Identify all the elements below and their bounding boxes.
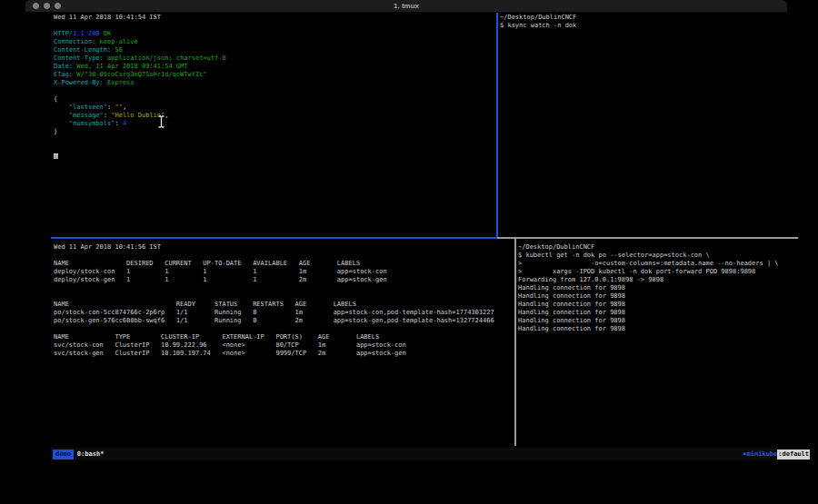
- terminal-line: Content-Length: 56: [54, 46, 495, 54]
- terminal-text: svc/stock-gen ClusterIP 10.109.197.74 <n…: [54, 350, 406, 357]
- terminal-text: ETag:: [54, 71, 73, 78]
- terminal-text: "numsymbols": [69, 120, 115, 127]
- terminal-text: Handling connection for 9898: [518, 301, 625, 308]
- terminal-line: "numsymbols": 4: [54, 120, 495, 128]
- terminal-text: Date:: [54, 63, 73, 70]
- terminal-text: Connection:: [54, 38, 95, 45]
- terminal-text: "Hello Dublin": [111, 112, 165, 119]
- terminal-text: $ ksync watch -n dok: [500, 22, 576, 29]
- terminal-text: Forwarding from 127.0.0.1:9898 -> 9898: [518, 276, 663, 283]
- terminal-text: Handling connection for 9898: [518, 309, 625, 316]
- status-left: demo 0:bash*: [53, 448, 104, 460]
- terminal-text: Wed, 11 Apr 2018 09:41:54 GMT: [73, 63, 187, 70]
- pane-divider-vertical-bottom: [514, 239, 516, 446]
- terminal-line: Handling connection for 9898: [518, 284, 812, 292]
- window-title: 1. tmux: [25, 2, 787, 10]
- window-tab-bash[interactable]: 0:bash*: [77, 448, 105, 460]
- kube-namespace-badge: :default: [777, 450, 810, 460]
- terminal-line: HTTP/1.1 200 OK: [54, 30, 495, 38]
- terminal-line: Connection: keep-alive: [54, 38, 495, 46]
- terminal-text: deploy/stock-gen 1 1 1 1 2m app=stock-ge…: [54, 276, 387, 283]
- terminal-text: application/json; charset=utf-8: [104, 54, 226, 62]
- terminal-text: NAME READY STATUS RESTARTS AGE LABELS: [54, 301, 356, 308]
- terminal-text: > xargs -IPOD kubectl -n dok port-forwar…: [518, 268, 755, 275]
- terminal-line: ~/Desktop/DublinCNCF: [518, 243, 812, 252]
- terminal-text: Content-Length:: [54, 46, 111, 54]
- terminal-text: HTTP: [54, 30, 69, 37]
- terminal-line: [54, 22, 495, 30]
- terminal-text: ~/Desktop/DublinCNCF: [518, 243, 594, 251]
- terminal-text: NAME TYPE CLUSTER-IP EXTERNAL-IP PORT(S)…: [54, 333, 379, 341]
- terminal-line: "message": "Hello Dublin",: [54, 112, 495, 120]
- terminal-text: W/"38-05coCsrg3mQ75sHr1d/qcWTwYZc": [73, 71, 207, 78]
- terminal-line: [54, 292, 514, 301]
- terminal-text: ~/Desktop/DublinCNCF: [500, 14, 576, 21]
- terminal-text: Handling connection for 9898: [518, 325, 625, 332]
- terminal-line: > xargs -IPOD kubectl -n dok port-forwar…: [518, 268, 812, 276]
- terminal-line: Handling connection for 9898: [518, 292, 812, 301]
- terminal-text: :: [115, 120, 122, 127]
- terminal-text: "message": [69, 112, 104, 119]
- terminal-line: deploy/stock-con 1 1 1 1 1m app=stock-co…: [54, 268, 514, 276]
- terminal-text: po/stock-gen-576cc688bb-swqf6 1/1 Runnin…: [54, 317, 494, 324]
- terminal-line: NAME TYPE CLUSTER-IP EXTERNAL-IP PORT(S)…: [54, 333, 514, 341]
- terminal-text: [54, 112, 69, 119]
- terminal-line: po/stock-gen-576cc688bb-swqf6 1/1 Runnin…: [54, 317, 514, 325]
- terminal-line: [54, 144, 495, 153]
- pane-ksync-watch[interactable]: ~/Desktop/DublinCNCF$ ksync watch -n dok: [500, 14, 812, 236]
- terminal-line: Forwarding from 127.0.0.1:9898 -> 9898: [518, 276, 812, 284]
- status-bar: demo 0:bash* ⎈ minikube :default: [51, 448, 813, 460]
- terminal-text: 4: [123, 120, 126, 127]
- terminal-line: $ kubectl get -n dok po --selector=app=s…: [518, 252, 812, 260]
- terminal-text: Handling connection for 9898: [518, 284, 625, 292]
- terminal-line: ETag: W/"38-05coCsrg3mQ75sHr1d/qcWTwYZc": [54, 71, 495, 79]
- terminal-line: {: [54, 95, 495, 104]
- terminal-text: svc/stock-con ClusterIP 10.99.222.96 <no…: [54, 341, 406, 349]
- terminal-text: }: [54, 128, 57, 135]
- terminal-text: /1.1 200: [69, 30, 104, 37]
- status-right: ⎈ minikube :default: [743, 448, 810, 460]
- terminal-text: $ kubectl get -n dok po --selector=app=s…: [518, 252, 710, 259]
- terminal-line: Wed 11 Apr 2018 10:41:54 IST: [54, 14, 495, 22]
- terminal-line: NAME READY STATUS RESTARTS AGE LABELS: [54, 301, 514, 309]
- pane-divider-vertical-top: [496, 13, 498, 237]
- terminal-line: Handling connection for 9898: [518, 309, 812, 317]
- terminal-line: ~/Desktop/DublinCNCF: [500, 14, 812, 22]
- terminal-text: Express: [104, 79, 135, 86]
- terminal-line: [54, 284, 514, 292]
- terminal-text: po/stock-con-5cc874766c-2p6rp 1/1 Runnin…: [54, 309, 494, 316]
- terminal-line: X-Powered-By: Express: [54, 79, 495, 87]
- terminal-text: ,: [123, 104, 126, 111]
- terminal-text: [54, 120, 69, 127]
- terminal-line: [54, 252, 514, 260]
- terminal-text: {: [54, 95, 57, 103]
- terminal-text: Wed 11 Apr 2018 10:41:56 IST: [54, 243, 161, 251]
- terminal-line: [54, 136, 495, 144]
- kube-context-label: minikube: [747, 448, 778, 460]
- pane-http-response[interactable]: Wed 11 Apr 2018 10:41:54 ISTHTTP/1.1 200…: [54, 14, 495, 236]
- terminal-text: ,: [165, 112, 168, 119]
- pane-divider-horizontal-active: [51, 237, 497, 239]
- terminal-line: > -o=custom-columns=:metadata.name --no-…: [518, 260, 812, 268]
- terminal-line: Handling connection for 9898: [518, 325, 812, 333]
- terminal-text: [54, 104, 69, 111]
- terminal-text: :: [104, 112, 111, 119]
- terminal-line: Wed 11 Apr 2018 10:41:56 IST: [54, 243, 514, 252]
- terminal-line: svc/stock-gen ClusterIP 10.109.197.74 <n…: [54, 350, 514, 358]
- terminal-line: "lastseen": "",: [54, 104, 495, 112]
- pane-port-forward[interactable]: ~/Desktop/DublinCNCF$ kubectl get -n dok…: [518, 243, 812, 445]
- terminal-cursor: [54, 153, 58, 159]
- terminal-line: }: [54, 128, 495, 136]
- terminal-window: 1. tmux Wed 11 Apr 2018 10:41:54 ISTHTTP…: [25, 0, 787, 460]
- pane-kubectl-get[interactable]: Wed 11 Apr 2018 10:41:56 ISTNAME DESIRED…: [54, 243, 514, 445]
- terminal-line: [54, 153, 495, 161]
- terminal-line: po/stock-con-5cc874766c-2p6rp 1/1 Runnin…: [54, 309, 514, 317]
- terminal-line: NAME DESIRED CURRENT UP-TO-DATE AVAILABL…: [54, 260, 514, 268]
- pane-divider-horizontal: [497, 237, 798, 239]
- terminal-text: "lastseen": [69, 104, 107, 111]
- terminal-text: keep-alive: [95, 38, 137, 45]
- terminal-text: "": [115, 104, 122, 111]
- terminal-text: NAME DESIRED CURRENT UP-TO-DATE AVAILABL…: [54, 260, 360, 267]
- title-bar: 1. tmux: [25, 0, 787, 13]
- terminal-text: OK: [104, 30, 111, 37]
